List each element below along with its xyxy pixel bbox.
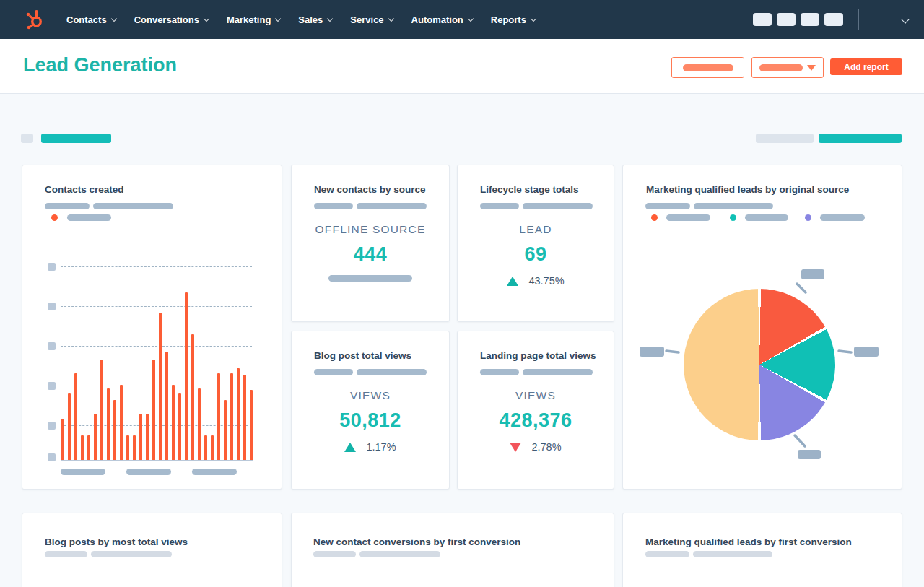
y-axis-tick-placeholder: [48, 422, 56, 430]
chevron-down-icon: [531, 15, 536, 21]
nav-menu: ContactsConversationsMarketingSalesServi…: [66, 14, 536, 25]
card-new-contact-conversions[interactable]: New contact conversions by first convers…: [291, 513, 614, 587]
card-contacts-created[interactable]: Contacts created: [22, 165, 282, 490]
nav-item-conversations[interactable]: Conversations: [134, 14, 209, 25]
nav-action-placeholder-2[interactable]: [777, 13, 796, 26]
nav-item-contacts[interactable]: Contacts: [66, 14, 116, 25]
pie-callout-label-placeholder: [640, 347, 664, 357]
legend-dot-icon: [51, 214, 58, 221]
filter-chip-right-gray[interactable]: [756, 134, 814, 143]
bar: [126, 435, 129, 461]
metric-label: VIEWS: [292, 389, 449, 402]
card-mql-by-original-source[interactable]: Marketing qualified leads by original so…: [622, 165, 902, 490]
bar: [243, 375, 246, 461]
bar: [178, 393, 181, 461]
placeholder-pill: [645, 551, 689, 557]
bar: [230, 373, 233, 461]
add-report-button[interactable]: Add report: [830, 58, 902, 75]
chevron-down-icon: [327, 15, 333, 21]
card-new-contacts-by-source[interactable]: New contacts by source OFFLINE SOURCE 44…: [291, 165, 450, 322]
legend-label-placeholder: [666, 214, 710, 221]
card-blog-post-total-views[interactable]: Blog post total views VIEWS 50,812 1.17%: [291, 331, 450, 490]
placeholder-pill: [645, 203, 690, 209]
card-title: Marketing qualified leads by original so…: [646, 184, 849, 195]
bar: [237, 368, 240, 461]
gridline: [61, 266, 252, 267]
pie-callout-label-placeholder: [854, 347, 879, 357]
card-title: Blog post total views: [314, 350, 411, 361]
bar: [87, 435, 90, 461]
nav-item-service[interactable]: Service: [350, 14, 393, 25]
bar: [191, 334, 194, 461]
card-title: Lifecycle stage totals: [480, 184, 579, 195]
nav-action-placeholder-3[interactable]: [801, 13, 819, 26]
delta-value: 2.78%: [531, 441, 561, 453]
lead-generation-dashboard: ContactsConversationsMarketingSalesServi…: [0, 0, 924, 587]
nav-item-label: Service: [350, 14, 383, 25]
card-blog-posts-by-most-total-views[interactable]: Blog posts by most total views: [22, 513, 282, 587]
nav-action-placeholder-1[interactable]: [753, 13, 772, 26]
account-chevron-down-icon[interactable]: [901, 15, 909, 23]
card-subtitle-placeholder: [314, 203, 427, 209]
x-axis-label-placeholder: [126, 469, 171, 475]
filter-chip-right-teal[interactable]: [819, 134, 902, 143]
bar: [107, 388, 110, 461]
bar: [68, 393, 71, 461]
placeholder-pill: [359, 551, 440, 557]
nav-item-sales[interactable]: Sales: [298, 14, 332, 25]
dropdown-arrow-icon: [807, 65, 816, 71]
placeholder-pill: [357, 203, 427, 209]
nav-item-reports[interactable]: Reports: [491, 14, 536, 25]
card-subtitle-placeholder: [645, 551, 772, 557]
placeholder-pill: [93, 203, 173, 209]
nav-action-placeholder-4[interactable]: [824, 13, 843, 26]
nav-divider: [858, 9, 860, 30]
bar: [133, 435, 136, 461]
placeholder-pill: [314, 369, 353, 375]
bar: [165, 352, 168, 461]
bar: [217, 373, 220, 461]
bar: [185, 292, 188, 461]
page-title: Lead Generation: [23, 54, 177, 77]
bar: [61, 419, 64, 461]
card-subtitle-placeholder: [45, 203, 173, 209]
card-title: Marketing qualified leads by first conve…: [645, 536, 852, 547]
card-title: New contacts by source: [314, 184, 426, 195]
bar: [81, 435, 84, 461]
delta-down-icon: [510, 443, 521, 452]
card-landing-page-total-views[interactable]: Landing page total views VIEWS 428,376 2…: [457, 331, 614, 490]
card-mql-by-first-conversion[interactable]: Marketing qualified leads by first conve…: [622, 513, 902, 587]
filter-chip-small[interactable]: [21, 134, 33, 143]
chevron-down-icon: [110, 15, 116, 21]
legend-dot-icon: [730, 214, 736, 221]
hubspot-logo-icon[interactable]: [25, 9, 45, 30]
button-label-placeholder: [683, 64, 733, 71]
pie-legend: [651, 214, 865, 221]
x-axis-line: [61, 460, 253, 461]
y-axis-tick-placeholder: [48, 453, 56, 461]
pie-chart: [684, 289, 835, 440]
delta-up-icon: [507, 277, 518, 286]
metric-value: 50,812: [292, 409, 449, 432]
nav-item-automation[interactable]: Automation: [411, 14, 473, 25]
card-title: Contacts created: [45, 184, 124, 195]
placeholder-pill: [693, 551, 772, 557]
header-dropdown-button[interactable]: [751, 57, 824, 78]
legend-dot-icon: [805, 214, 811, 221]
bar: [94, 414, 97, 461]
card-subtitle-placeholder: [645, 203, 773, 209]
placeholder-pill: [328, 275, 412, 282]
bar: [198, 388, 201, 461]
bar: [211, 435, 214, 461]
y-axis-tick-placeholder: [48, 263, 56, 271]
card-title: New contact conversions by first convers…: [313, 536, 520, 547]
placeholder-pill: [523, 203, 593, 209]
card-lifecycle-stage-totals[interactable]: Lifecycle stage totals LEAD 69 43.75%: [457, 165, 614, 322]
filter-chip-left[interactable]: [41, 134, 111, 143]
button-label-placeholder: [759, 64, 803, 71]
header-action-button-1[interactable]: [671, 57, 744, 78]
placeholder-pill: [523, 369, 593, 375]
bar-series: [61, 292, 253, 461]
nav-item-marketing[interactable]: Marketing: [227, 14, 280, 25]
y-axis-tick-placeholder: [48, 303, 56, 310]
